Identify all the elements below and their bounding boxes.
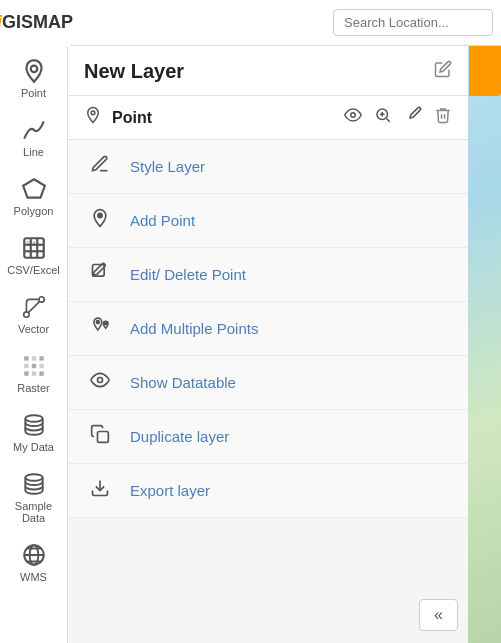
layer-edit-icon[interactable] <box>404 106 422 129</box>
sidebar-item-polygon-label: Polygon <box>14 205 54 217</box>
menu-list: Style Layer Add Point Edit/ Delete Point <box>68 140 468 643</box>
export-icon <box>90 478 118 503</box>
svg-point-20 <box>25 474 42 481</box>
orange-tab <box>469 46 501 96</box>
svg-rect-12 <box>39 356 43 360</box>
panel-title: New Layer <box>84 60 184 83</box>
svg-point-8 <box>23 312 28 317</box>
style-icon <box>90 154 118 179</box>
wms-icon <box>21 542 47 568</box>
menu-item-datatable[interactable]: Show Datatable <box>68 356 468 410</box>
raster-icon <box>21 353 47 379</box>
svg-point-34 <box>96 321 99 324</box>
svg-rect-16 <box>24 371 28 375</box>
search-input[interactable] <box>333 9 493 36</box>
panel: New Layer Point <box>68 46 468 643</box>
mydata-icon <box>21 412 47 438</box>
sidebar-item-polygon[interactable]: Polygon <box>3 168 65 225</box>
menu-item-multipoint[interactable]: Add Multiple Points <box>68 302 468 356</box>
sidebar-item-wms-label: WMS <box>20 571 47 583</box>
menu-item-multipoint-label: Add Multiple Points <box>130 320 258 337</box>
sidebar-item-point-label: Point <box>21 87 46 99</box>
layer-zoom-icon[interactable] <box>374 106 392 129</box>
sidebar-item-mydata-label: My Data <box>13 441 54 453</box>
panel-header: New Layer <box>68 46 468 96</box>
svg-rect-13 <box>24 364 28 368</box>
svg-point-35 <box>105 322 107 324</box>
sampledata-icon <box>21 471 47 497</box>
menu-item-duplicate-label: Duplicate layer <box>130 428 229 445</box>
editpoint-icon <box>90 262 118 287</box>
svg-rect-15 <box>39 364 43 368</box>
layer-row: Point <box>68 96 468 140</box>
datatable-icon <box>90 370 118 395</box>
svg-point-32 <box>98 213 102 217</box>
svg-point-9 <box>38 297 43 302</box>
logo: iGISMAP <box>0 0 70 46</box>
sidebar-item-sampledata[interactable]: Sample Data <box>3 463 65 532</box>
sidebar-item-vector[interactable]: Vector <box>3 286 65 343</box>
layer-delete-icon[interactable] <box>434 106 452 129</box>
menu-item-duplicate[interactable]: Duplicate layer <box>68 410 468 464</box>
layer-pin-icon <box>84 106 102 129</box>
menu-item-style-label: Style Layer <box>130 158 205 175</box>
point-icon <box>21 58 47 84</box>
svg-rect-37 <box>98 432 109 443</box>
svg-rect-17 <box>31 371 35 375</box>
sidebar-item-raster-label: Raster <box>17 382 49 394</box>
menu-item-addpoint[interactable]: Add Point <box>68 194 468 248</box>
panel-edit-icon[interactable] <box>434 60 452 83</box>
multipoint-icon <box>90 316 118 341</box>
sidebar: Point Line Polygon CSV CSV/Excel <box>0 46 68 643</box>
layer-name: Point <box>112 109 332 127</box>
svg-rect-10 <box>24 356 28 360</box>
addpoint-icon <box>90 208 118 233</box>
csv-icon: CSV <box>21 235 47 261</box>
sidebar-item-raster[interactable]: Raster <box>3 345 65 402</box>
collapse-icon: « <box>434 606 443 623</box>
sidebar-item-vector-label: Vector <box>18 323 49 335</box>
svg-point-19 <box>25 415 42 422</box>
menu-item-export-label: Export layer <box>130 482 210 499</box>
svg-rect-18 <box>39 371 43 375</box>
sidebar-item-csv[interactable]: CSV CSV/Excel <box>3 227 65 284</box>
sidebar-item-line-label: Line <box>23 146 44 158</box>
svg-line-29 <box>386 118 389 121</box>
line-icon <box>21 117 47 143</box>
duplicate-icon <box>90 424 118 449</box>
svg-rect-11 <box>31 356 35 360</box>
menu-item-export[interactable]: Export layer <box>68 464 468 518</box>
vector-icon <box>21 294 47 320</box>
sidebar-item-wms[interactable]: WMS <box>3 534 65 591</box>
menu-item-editpoint-label: Edit/ Delete Point <box>130 266 246 283</box>
svg-text:CSV: CSV <box>26 240 35 245</box>
sidebar-item-csv-label: CSV/Excel <box>7 264 60 276</box>
sidebar-item-sampledata-label: Sample Data <box>7 500 61 524</box>
sidebar-item-mydata[interactable]: My Data <box>3 404 65 461</box>
sidebar-item-line[interactable]: Line <box>3 109 65 166</box>
svg-point-27 <box>351 113 356 118</box>
menu-item-addpoint-label: Add Point <box>130 212 195 229</box>
menu-item-datatable-label: Show Datatable <box>130 374 236 391</box>
layer-view-icon[interactable] <box>344 106 362 129</box>
topbar: iGISMAP <box>0 0 501 46</box>
menu-item-editpoint[interactable]: Edit/ Delete Point <box>68 248 468 302</box>
menu-item-style[interactable]: Style Layer <box>68 140 468 194</box>
polygon-icon <box>21 176 47 202</box>
svg-marker-1 <box>23 179 45 197</box>
svg-point-36 <box>98 378 103 383</box>
svg-point-0 <box>30 66 37 73</box>
svg-point-26 <box>91 111 95 115</box>
sidebar-item-point[interactable]: Point <box>3 50 65 107</box>
svg-rect-14 <box>31 364 35 368</box>
collapse-button[interactable]: « <box>419 599 458 631</box>
